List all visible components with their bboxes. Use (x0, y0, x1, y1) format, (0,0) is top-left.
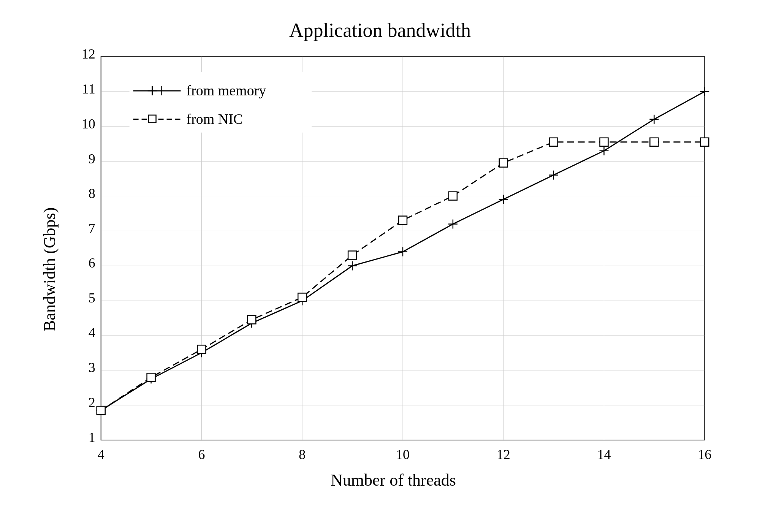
svg-rect-66 (97, 406, 105, 415)
y-axis-label: Bandwidth (Gbps) (38, 49, 61, 490)
svg-rect-77 (650, 138, 658, 146)
svg-text:16: 16 (698, 447, 711, 462)
chart-svg: 1 2 3 4 5 6 7 8 9 10 11 12 4 6 8 (65, 49, 722, 467)
svg-text:1: 1 (89, 430, 95, 445)
svg-text:2: 2 (89, 395, 95, 410)
svg-text:6: 6 (198, 447, 205, 462)
svg-rect-69 (247, 315, 256, 324)
svg-text:12: 12 (82, 49, 95, 62)
svg-rect-74 (499, 159, 508, 167)
svg-text:7: 7 (89, 221, 95, 236)
svg-text:10: 10 (396, 447, 410, 462)
chart-inner: 1 2 3 4 5 6 7 8 9 10 11 12 4 6 8 (65, 49, 722, 490)
svg-text:12: 12 (497, 447, 510, 462)
svg-rect-71 (348, 251, 356, 260)
svg-rect-67 (147, 373, 155, 382)
svg-text:from NIC: from NIC (186, 111, 243, 127)
chart-title: Application bandwidth (38, 19, 722, 41)
chart-area: Bandwidth (Gbps) (38, 49, 722, 490)
svg-text:11: 11 (82, 81, 95, 97)
svg-text:8: 8 (89, 186, 95, 201)
svg-text:6: 6 (89, 255, 95, 271)
svg-rect-87 (149, 115, 156, 123)
svg-rect-78 (700, 138, 709, 146)
svg-text:9: 9 (89, 151, 95, 166)
svg-text:3: 3 (89, 360, 95, 375)
svg-rect-68 (197, 345, 206, 353)
chart-container: Application bandwidth Bandwidth (Gbps) (0, 0, 760, 532)
svg-rect-75 (549, 138, 558, 146)
chart-wrapper: Application bandwidth Bandwidth (Gbps) (38, 19, 722, 513)
svg-text:from memory: from memory (186, 82, 266, 98)
svg-rect-76 (600, 138, 608, 146)
svg-text:4: 4 (98, 447, 104, 462)
x-axis-label: Number of threads (65, 470, 722, 490)
svg-text:14: 14 (597, 447, 611, 462)
svg-text:4: 4 (89, 325, 95, 340)
svg-rect-70 (298, 293, 306, 301)
svg-text:8: 8 (299, 447, 306, 462)
svg-rect-73 (449, 192, 457, 200)
svg-text:5: 5 (89, 290, 95, 306)
svg-text:10: 10 (82, 116, 95, 131)
svg-rect-72 (399, 216, 407, 225)
